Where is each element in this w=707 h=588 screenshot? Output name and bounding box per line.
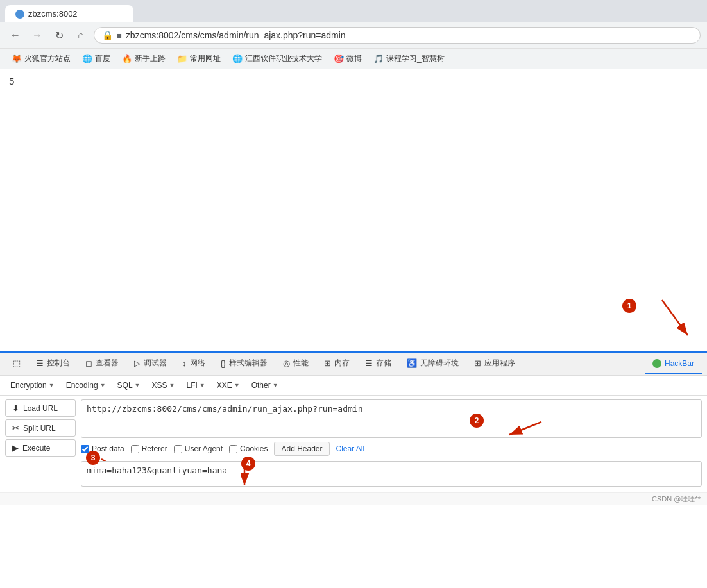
sql-chevron: ▼ xyxy=(135,382,141,389)
back-button[interactable]: ← xyxy=(6,26,24,44)
clear-all-button[interactable]: Clear All xyxy=(336,444,365,453)
tab-debugger-label: 调试器 xyxy=(144,358,167,369)
annotation-2: 2 xyxy=(470,414,484,428)
split-url-label: Split URL xyxy=(23,424,56,433)
lfi-menu[interactable]: LFI ▼ xyxy=(181,378,210,392)
storage-icon: ☰ xyxy=(365,358,373,368)
sql-menu[interactable]: SQL ▼ xyxy=(112,378,146,392)
browser-tab[interactable]: zbzcms:8002 xyxy=(5,5,133,22)
sql-label: SQL xyxy=(117,381,133,390)
referer-checkbox[interactable] xyxy=(131,445,139,453)
bookmark-xinshoulushang[interactable]: 🔥 新手上路 xyxy=(117,51,171,66)
tab-accessibility-label: 无障碍环境 xyxy=(420,358,459,369)
execute-icon: ▶ xyxy=(12,443,19,453)
bookmark-changyong[interactable]: 📁 常用网址 xyxy=(172,51,226,66)
accessibility-icon: ♿ xyxy=(407,358,417,368)
bookmark-label: 百度 xyxy=(95,53,110,64)
bookmark-label: 微博 xyxy=(346,53,362,64)
cookies-checkbox-label[interactable]: Cookies xyxy=(229,444,268,453)
hackbar-tab-label: HackBar xyxy=(665,359,694,368)
browser-chrome: zbzcms:8002 ← → ↻ ⌂ 🔒 ■ 🦊 火狐官方站点 🌐 百度 🔥 … xyxy=(0,0,707,69)
tab-apps[interactable]: ⊞ 应用程序 xyxy=(466,353,523,375)
tab-storage[interactable]: ☰ 存储 xyxy=(357,353,399,375)
performance-icon: ◎ xyxy=(283,358,290,368)
tab-performance[interactable]: ◎ 性能 xyxy=(275,353,316,375)
bookmark-huowu[interactable]: 🦊 火狐官方站点 xyxy=(6,51,76,66)
xss-menu[interactable]: XSS ▼ xyxy=(147,378,180,392)
bookmark-jiangxi[interactable]: 🌐 江西软件职业技术大学 xyxy=(227,51,327,66)
xxe-menu[interactable]: XXE ▼ xyxy=(212,378,245,392)
tab-style-label: 样式编辑器 xyxy=(229,358,268,369)
tab-inspector[interactable]: ◻ 查看器 xyxy=(78,353,126,375)
add-header-label: Add Header xyxy=(281,444,322,453)
inspector-icon: ◻ xyxy=(85,358,92,368)
home-button[interactable]: ⌂ xyxy=(72,26,90,44)
bookmark-label: 火狐官方站点 xyxy=(24,53,71,64)
jiangxi-icon: 🌐 xyxy=(232,54,243,63)
encryption-label: Encryption xyxy=(10,381,47,390)
tab-inspect[interactable]: ⬚ xyxy=(5,353,28,374)
encryption-menu[interactable]: Encryption ▼ xyxy=(5,378,60,392)
other-chevron: ▼ xyxy=(273,382,278,389)
xss-label: XSS xyxy=(152,381,167,390)
load-url-label: Load URL xyxy=(23,404,58,413)
kecheng-icon: 🎵 xyxy=(373,54,384,63)
hackbar-side: ⬇ Load URL ✂ Split URL ▶ Execute 5 xyxy=(5,399,76,489)
reload-button[interactable]: ↻ xyxy=(50,26,68,44)
lfi-label: LFI xyxy=(186,381,197,390)
bookmark-label: 课程学习_智慧树 xyxy=(386,53,445,64)
tab-accessibility[interactable]: ♿ 无障碍环境 xyxy=(399,353,466,375)
hackbar-toolbar: Encryption ▼ Encoding ▼ SQL ▼ XSS ▼ LFI … xyxy=(0,376,707,396)
cookies-checkbox[interactable] xyxy=(229,445,237,453)
tab-network[interactable]: ↕ 网络 xyxy=(175,353,213,375)
user-agent-checkbox-label[interactable]: User Agent xyxy=(174,444,223,453)
split-url-icon: ✂ xyxy=(12,423,19,433)
forward-button[interactable]: → xyxy=(28,26,46,44)
annotation-3: 3 xyxy=(86,451,100,465)
bookmark-baidu[interactable]: 🌐 百度 xyxy=(77,51,115,66)
encryption-chevron: ▼ xyxy=(49,382,55,389)
user-agent-checkbox[interactable] xyxy=(174,445,182,453)
bookmark-label: 江西软件职业技术大学 xyxy=(245,53,322,64)
tab-bar: zbzcms:8002 xyxy=(0,0,707,22)
execute-button[interactable]: ▶ Execute xyxy=(5,439,76,457)
post-textarea[interactable]: mima=haha123&guanliyuan=hana xyxy=(81,461,702,487)
page-content: 5 1 xyxy=(0,69,707,351)
add-header-button[interactable]: Add Header xyxy=(274,442,329,456)
tab-title: zbzcms:8002 xyxy=(28,9,78,19)
address-bar-wrapper: 🔒 ■ xyxy=(94,27,701,44)
annotation-1: 1 xyxy=(622,299,636,313)
load-url-button[interactable]: ⬇ Load URL xyxy=(5,399,76,417)
tab-console[interactable]: ☰ 控制台 xyxy=(28,353,78,375)
debugger-icon: ▷ xyxy=(134,358,141,368)
user-agent-label: User Agent xyxy=(185,444,223,453)
bookmark-kecheng[interactable]: 🎵 课程学习_智慧树 xyxy=(368,51,450,66)
tab-favicon xyxy=(15,10,24,19)
address-input[interactable] xyxy=(126,30,692,40)
post-data-checkbox-label[interactable]: Post data xyxy=(81,444,124,453)
other-label: Other xyxy=(251,381,271,390)
lock-icon: ■ xyxy=(117,31,122,40)
tab-hackbar[interactable]: HackBar xyxy=(645,354,702,374)
url-textarea[interactable]: http://zbzcms:8002/cms/cms/admin/run_aja… xyxy=(81,399,702,438)
lfi-chevron: ▼ xyxy=(200,382,205,389)
tab-debugger[interactable]: ▷ 调试器 xyxy=(126,353,175,375)
apps-icon: ⊞ xyxy=(474,358,481,368)
xxe-label: XXE xyxy=(217,381,232,390)
execute-label: Execute xyxy=(22,444,50,453)
network-icon: ↕ xyxy=(182,358,187,368)
tab-memory[interactable]: ⊞ 内存 xyxy=(316,353,357,375)
bookmark-weibo[interactable]: 🎯 微博 xyxy=(328,51,367,66)
referer-checkbox-label[interactable]: Referer xyxy=(131,444,167,453)
weibo-icon: 🎯 xyxy=(334,54,344,63)
xinshoulushang-icon: 🔥 xyxy=(122,54,132,63)
referer-label: Referer xyxy=(142,444,167,453)
tab-memory-label: 内存 xyxy=(334,358,350,369)
tab-style-editor[interactable]: {} 样式编辑器 xyxy=(213,353,276,375)
tab-console-label: 控制台 xyxy=(47,358,70,369)
encoding-menu[interactable]: Encoding ▼ xyxy=(61,378,111,392)
split-url-button[interactable]: ✂ Split URL xyxy=(5,419,76,437)
tab-storage-label: 存储 xyxy=(376,358,391,369)
tab-inspector-label: 查看器 xyxy=(96,358,119,369)
other-menu[interactable]: Other ▼ xyxy=(246,378,284,392)
